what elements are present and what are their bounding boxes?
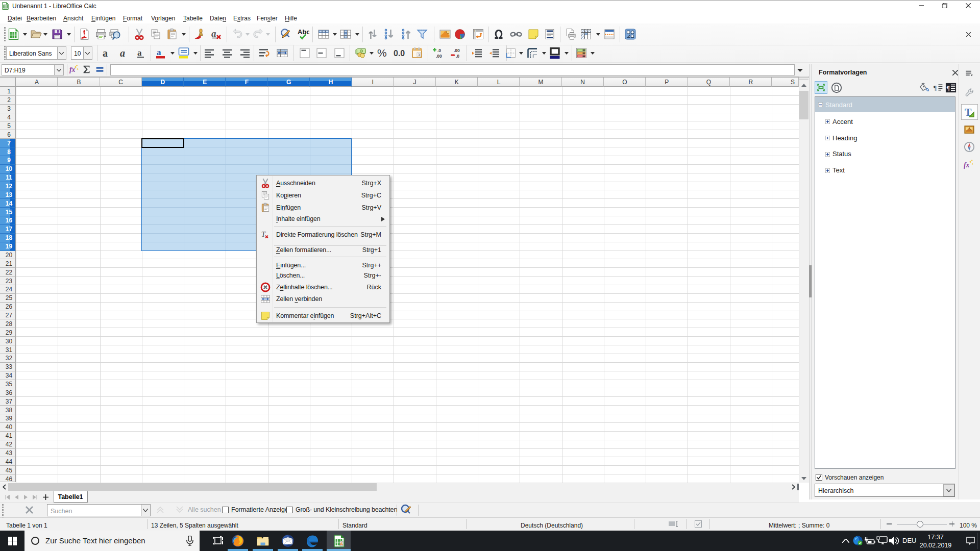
svg-text:Abc: Abc xyxy=(298,28,309,36)
svg-text:%: % xyxy=(377,47,387,59)
svg-text:¶: ¶ xyxy=(947,84,950,91)
svg-text:a: a xyxy=(137,48,142,58)
svg-text:a: a xyxy=(120,47,125,59)
svg-text:a: a xyxy=(103,47,108,59)
svg-text:.00: .00 xyxy=(436,54,442,59)
svg-text:3: 3 xyxy=(418,53,420,57)
svg-text:.0: .0 xyxy=(437,48,441,53)
svg-text:.00: .00 xyxy=(454,48,460,53)
svg-text:0.0: 0.0 xyxy=(394,49,405,58)
svg-text:a: a xyxy=(211,28,216,39)
svg-text:T: T xyxy=(261,230,266,238)
svg-text:a: a xyxy=(157,47,161,57)
svg-text:fx: fx xyxy=(69,66,76,73)
svg-text:.0: .0 xyxy=(456,54,459,59)
svg-text:¶: ¶ xyxy=(933,84,936,91)
svg-text:fx: fx xyxy=(964,161,970,169)
